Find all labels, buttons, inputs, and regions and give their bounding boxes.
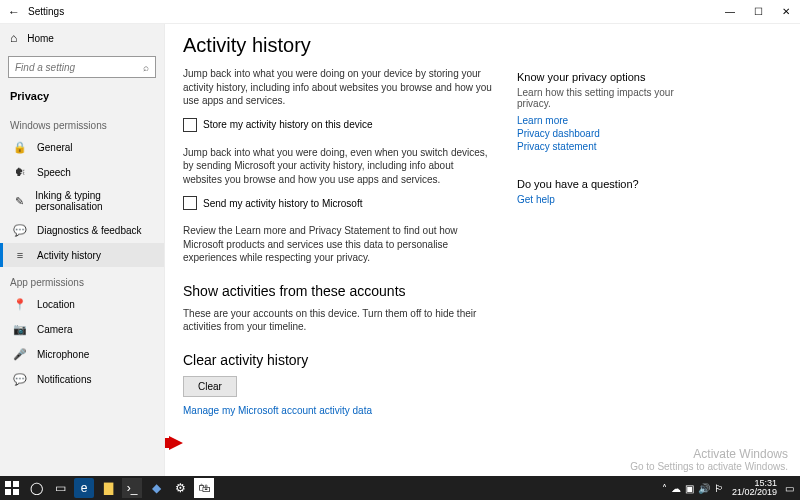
history-icon: ≡ bbox=[13, 249, 27, 261]
checkbox-icon bbox=[183, 196, 197, 210]
sidebar-item-general[interactable]: 🔒 General bbox=[0, 135, 164, 160]
pen-icon: ✎ bbox=[13, 195, 25, 208]
heading-show-accounts: Show activities from these accounts bbox=[183, 283, 493, 299]
sidebar-item-label: Diagnostics & feedback bbox=[37, 225, 142, 236]
sidebar-home[interactable]: ⌂ Home bbox=[0, 24, 164, 52]
sidebar-item-activity-history[interactable]: ≡ Activity history bbox=[0, 243, 164, 267]
sidebar-item-label: Activity history bbox=[37, 250, 101, 261]
sidebar-item-diagnostics[interactable]: 💬 Diagnostics & feedback bbox=[0, 218, 164, 243]
tray-network-icon[interactable]: ▣ bbox=[685, 483, 694, 494]
sidebar-item-label: Notifications bbox=[37, 374, 91, 385]
right-heading-privacy: Know your privacy options bbox=[517, 71, 687, 83]
svg-marker-0 bbox=[165, 436, 183, 450]
content-left: Jump back into what you were doing on yo… bbox=[183, 67, 493, 418]
annotation-arrow bbox=[165, 436, 183, 450]
sidebar-item-label: Camera bbox=[37, 324, 73, 335]
sidebar-group-app: App permissions bbox=[0, 267, 164, 292]
taskbar-clock[interactable]: 15:31 21/02/2019 bbox=[728, 479, 781, 497]
tray-up-icon[interactable]: ˄ bbox=[662, 483, 667, 494]
svg-rect-4 bbox=[13, 489, 19, 495]
task-edge-icon[interactable]: e bbox=[74, 478, 94, 498]
task-app-icon[interactable]: ◆ bbox=[144, 476, 168, 500]
sidebar-item-label: Location bbox=[37, 299, 75, 310]
intro-para-2: Jump back into what you were doing, even… bbox=[183, 146, 493, 187]
window-minimize[interactable]: — bbox=[716, 0, 744, 24]
camera-icon: 📷 bbox=[13, 323, 27, 336]
svg-rect-1 bbox=[5, 481, 11, 487]
taskbar: ◯ ▭ e ▇ ›_ ◆ ⚙ 🛍 ˄ ☁ ▣ 🔊 🏳 15:31 21/02/2… bbox=[0, 476, 800, 500]
app-body: ⌂ Home ⌕ Privacy Windows permissions 🔒 G… bbox=[0, 24, 800, 476]
checkbox-label: Send my activity history to Microsoft bbox=[203, 198, 363, 209]
sidebar-item-label: Speech bbox=[37, 167, 71, 178]
task-terminal-icon[interactable]: ›_ bbox=[122, 478, 142, 498]
sidebar-group-windows: Windows permissions bbox=[0, 110, 164, 135]
link-manage-account-data[interactable]: Manage my Microsoft account activity dat… bbox=[183, 405, 493, 416]
task-search-icon[interactable]: ◯ bbox=[24, 476, 48, 500]
location-icon: 📍 bbox=[13, 298, 27, 311]
link-privacy-dashboard[interactable]: Privacy dashboard bbox=[517, 128, 687, 139]
checkbox-send-history[interactable]: Send my activity history to Microsoft bbox=[183, 196, 493, 210]
lock-icon: 🔒 bbox=[13, 141, 27, 154]
intro-para-1: Jump back into what you were doing on yo… bbox=[183, 67, 493, 108]
task-settings-icon[interactable]: ⚙ bbox=[168, 476, 192, 500]
back-button[interactable]: ← bbox=[0, 0, 28, 24]
start-button[interactable] bbox=[0, 476, 24, 500]
sidebar-item-label: General bbox=[37, 142, 73, 153]
feedback-icon: 💬 bbox=[13, 224, 27, 237]
sidebar-search[interactable]: ⌕ bbox=[8, 56, 156, 78]
tray-action-center-icon[interactable]: ▭ bbox=[785, 483, 794, 494]
home-icon: ⌂ bbox=[10, 31, 17, 45]
sidebar-home-label: Home bbox=[27, 33, 54, 44]
sidebar-item-camera[interactable]: 📷 Camera bbox=[0, 317, 164, 342]
notifications-icon: 💬 bbox=[13, 373, 27, 386]
search-input[interactable] bbox=[15, 62, 143, 73]
clock-date: 21/02/2019 bbox=[732, 488, 777, 497]
checkbox-label: Store my activity history on this device bbox=[203, 119, 373, 130]
sidebar-category: Privacy bbox=[0, 86, 164, 110]
task-explorer-icon[interactable]: ▇ bbox=[96, 476, 120, 500]
window-close[interactable]: ✕ bbox=[772, 0, 800, 24]
svg-rect-3 bbox=[5, 489, 11, 495]
page-title: Activity history bbox=[183, 34, 782, 57]
tray-cloud-icon[interactable]: ☁ bbox=[671, 483, 681, 494]
sidebar-item-speech[interactable]: 🗣 Speech bbox=[0, 160, 164, 184]
sidebar-item-microphone[interactable]: 🎤 Microphone bbox=[0, 342, 164, 367]
microphone-icon: 🎤 bbox=[13, 348, 27, 361]
link-get-help[interactable]: Get help bbox=[517, 194, 687, 205]
sidebar-item-label: Inking & typing personalisation bbox=[35, 190, 154, 212]
checkbox-icon bbox=[183, 118, 197, 132]
clear-button[interactable]: Clear bbox=[183, 376, 237, 397]
content-right: Know your privacy options Learn how this… bbox=[517, 67, 687, 418]
sidebar: ⌂ Home ⌕ Privacy Windows permissions 🔒 G… bbox=[0, 24, 165, 476]
link-privacy-statement[interactable]: Privacy statement bbox=[517, 141, 687, 152]
sidebar-item-inking[interactable]: ✎ Inking & typing personalisation bbox=[0, 184, 164, 218]
main-content: Activity history Jump back into what you… bbox=[165, 24, 800, 476]
search-icon: ⌕ bbox=[143, 62, 149, 73]
window-title: Settings bbox=[28, 6, 716, 17]
tray-volume-icon[interactable]: 🔊 bbox=[698, 483, 710, 494]
window-titlebar: ← Settings — ☐ ✕ bbox=[0, 0, 800, 24]
tray-lang-icon[interactable]: 🏳 bbox=[714, 483, 724, 494]
heading-clear-history: Clear activity history bbox=[183, 352, 493, 368]
task-view-icon[interactable]: ▭ bbox=[48, 476, 72, 500]
checkbox-store-history[interactable]: Store my activity history on this device bbox=[183, 118, 493, 132]
sidebar-item-location[interactable]: 📍 Location bbox=[0, 292, 164, 317]
speech-icon: 🗣 bbox=[13, 166, 27, 178]
sidebar-item-notifications[interactable]: 💬 Notifications bbox=[0, 367, 164, 392]
svg-rect-2 bbox=[13, 481, 19, 487]
right-text-privacy: Learn how this setting impacts your priv… bbox=[517, 87, 687, 109]
sidebar-item-label: Microphone bbox=[37, 349, 89, 360]
accounts-para: These are your accounts on this device. … bbox=[183, 307, 493, 334]
system-tray[interactable]: ˄ ☁ ▣ 🔊 🏳 15:31 21/02/2019 ▭ bbox=[662, 479, 800, 497]
link-learn-more[interactable]: Learn more bbox=[517, 115, 687, 126]
privacy-para: Review the Learn more and Privacy Statem… bbox=[183, 224, 493, 265]
task-store-icon[interactable]: 🛍 bbox=[194, 478, 214, 498]
right-heading-question: Do you have a question? bbox=[517, 178, 687, 190]
window-maximize[interactable]: ☐ bbox=[744, 0, 772, 24]
